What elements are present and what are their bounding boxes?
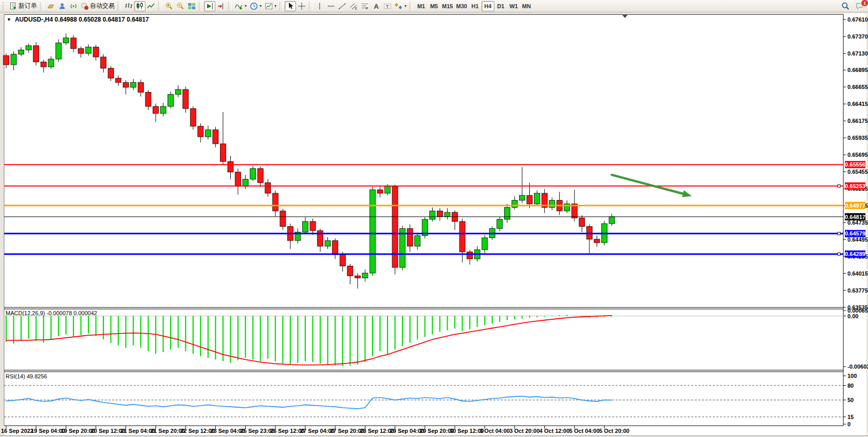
crosshair-button[interactable] [296, 1, 307, 11]
metaeditor-button[interactable] [57, 1, 68, 11]
candle-body [534, 193, 540, 204]
candle-body [138, 82, 143, 92]
tf-m5-button[interactable]: M5 [428, 1, 440, 11]
indicators-button[interactable]: ▾ [233, 1, 248, 11]
chart-title-text: AUDUSD-,H4 0.64988 0.65028 0.64817 0.648… [15, 16, 149, 23]
macd-indicator-label: MACD(12,26,9) -0.000078 0.000042 [6, 310, 97, 316]
toolbar-separator [309, 2, 312, 11]
line-handle[interactable] [838, 232, 840, 235]
tf-mn-button[interactable]: MN [520, 1, 533, 11]
toolbar-separator [280, 2, 283, 11]
candle-body [183, 89, 189, 108]
symbol-dropdown-caret[interactable]: ▼ [7, 17, 11, 22]
tile-windows-button[interactable] [186, 1, 197, 11]
notifications-button[interactable]: 1 [855, 1, 865, 11]
text-button[interactable]: A [371, 1, 382, 11]
chart-shift-icon [217, 2, 225, 10]
candle-body [467, 252, 473, 259]
toolbar-separator [158, 2, 162, 11]
dropdown-caret[interactable]: ▾ [404, 4, 407, 8]
channel-button[interactable]: E [348, 1, 359, 11]
candle-body [310, 222, 316, 231]
price-tick-label: 0.66895 [847, 67, 868, 73]
button-label: H4 [484, 3, 491, 9]
gold-icon [47, 2, 55, 10]
toolbar-separator [199, 2, 202, 11]
auto-scroll-button[interactable] [204, 1, 215, 11]
cursor-button[interactable] [285, 1, 296, 11]
price-badge-0.64977: 0.64977 [845, 202, 865, 209]
candle-body [497, 220, 503, 229]
price-badge-0.64289: 0.64289 [845, 250, 865, 258]
candle-body [594, 239, 600, 243]
time-tick-label: 27 Sep 20:00 [330, 428, 364, 434]
tf-h1-button[interactable]: H1 [469, 1, 482, 11]
crosshair-icon [298, 2, 306, 10]
candle-body [175, 89, 181, 95]
candle-body [243, 179, 248, 186]
candle-body [272, 193, 278, 211]
templates-button[interactable]: ▾ [263, 1, 278, 11]
price-tick-label: 0.66655 [847, 84, 868, 90]
candle-body [340, 254, 345, 266]
candle-body [280, 211, 286, 226]
candle-body [586, 226, 592, 239]
dropdown-caret[interactable]: ▾ [274, 4, 276, 8]
zoom-in-button[interactable] [163, 1, 175, 11]
button-label: M1 [417, 3, 425, 9]
candle-body [609, 216, 615, 224]
svg-text:F: F [366, 7, 368, 10]
tf-w1-button[interactable]: W1 [507, 1, 520, 11]
time-tick-label: 29 Sep 20:00 [420, 428, 454, 434]
candle-body [519, 195, 525, 201]
label-button[interactable]: T [382, 1, 393, 11]
tf-d1-button[interactable]: D1 [494, 1, 507, 11]
signals-button[interactable] [68, 1, 79, 11]
dropdown-caret[interactable]: ▾ [245, 4, 247, 8]
price-tick-label: 0.65455 [847, 169, 868, 175]
candle-body [385, 186, 391, 193]
candle-body [400, 229, 405, 268]
line-handle[interactable] [838, 185, 840, 187]
line-chart-icon [147, 2, 155, 10]
shapes-button[interactable]: ▾ [393, 1, 408, 11]
bar-chart-button[interactable] [123, 1, 134, 11]
label-icon: T [383, 2, 392, 10]
fibonacci-button[interactable]: F [359, 1, 371, 11]
toolbar-right: 1 [840, 0, 865, 12]
candle-body [303, 222, 308, 232]
tf-h4-button[interactable]: H4 [482, 1, 494, 11]
zoom-out-button[interactable] [175, 1, 186, 11]
market-button[interactable] [45, 1, 57, 11]
horizontal-line-button[interactable] [325, 1, 337, 11]
periods-button[interactable]: ▾ [248, 1, 263, 11]
candlestick-button[interactable] [134, 1, 145, 11]
price-badge-0.65556: 0.65556 [845, 161, 865, 168]
autotrading-button[interactable]: 自动交易 [79, 1, 116, 11]
vertical-line-button[interactable] [314, 1, 325, 11]
tf-m30-button[interactable]: M30 [454, 1, 468, 11]
chart-background[interactable] [4, 13, 866, 435]
chart-canvas[interactable]: 0.676100.673700.671300.668950.666550.664… [0, 0, 868, 437]
new-order-button[interactable]: 新订单 [8, 1, 39, 11]
price-badge-label: 0.65556 [845, 161, 865, 168]
price-tick-label: 0.67610 [847, 16, 868, 23]
search-button[interactable] [840, 1, 851, 11]
candle-body [86, 47, 91, 53]
dropdown-caret[interactable]: ▾ [260, 4, 262, 8]
candle-body [220, 144, 226, 161]
line-handle[interactable] [838, 253, 840, 256]
time-tick-label: 5 Oct 04:00 [569, 428, 600, 434]
chart-shift-button[interactable] [215, 1, 227, 11]
line-chart-button[interactable] [145, 1, 157, 11]
candle-body [190, 108, 196, 126]
tf-m1-button[interactable]: M1 [415, 1, 428, 11]
trendline-button[interactable] [337, 1, 348, 11]
candle-body [48, 59, 54, 67]
tf-m15-button[interactable]: M15 [440, 1, 454, 11]
signal-icon [69, 2, 78, 10]
price-badge-0.65253: 0.65253 [845, 183, 865, 190]
hline-icon [327, 2, 335, 10]
price-tick-label: 0.67370 [847, 33, 868, 40]
candle-body [123, 82, 128, 87]
